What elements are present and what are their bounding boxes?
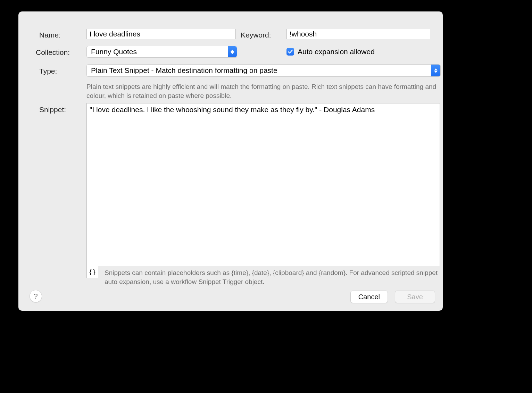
keyword-label: Keyword:	[241, 31, 279, 39]
snippet-label: Snippet:	[39, 106, 81, 114]
collection-value: Funny Quotes	[91, 48, 226, 56]
help-button[interactable]: ?	[30, 290, 42, 302]
snippet-textarea[interactable]	[86, 103, 440, 266]
braces-icon: { }	[89, 268, 95, 276]
type-help-text: Plain text snippets are highly efficient…	[86, 82, 437, 100]
cancel-button[interactable]: Cancel	[350, 291, 388, 303]
placeholder-button[interactable]: { }	[86, 266, 98, 278]
collection-label: Collection:	[36, 48, 81, 57]
placeholder-help-text: Snippets can contain placeholders such a…	[105, 268, 438, 286]
keyword-input[interactable]	[286, 29, 430, 39]
name-input[interactable]	[86, 29, 236, 39]
auto-expansion-checkbox[interactable]: Auto expansion allowed	[286, 48, 375, 56]
type-label: Type:	[39, 67, 81, 75]
collection-select[interactable]: Funny Quotes	[86, 46, 237, 58]
updown-icon	[431, 65, 440, 76]
updown-icon	[228, 46, 237, 57]
question-icon: ?	[34, 292, 38, 300]
checkmark-icon	[286, 48, 294, 56]
name-label: Name:	[39, 31, 81, 39]
type-value: Plain Text Snippet - Match destination f…	[91, 66, 429, 75]
save-button[interactable]: Save	[395, 291, 435, 303]
type-select[interactable]: Plain Text Snippet - Match destination f…	[86, 64, 441, 77]
auto-expansion-label: Auto expansion allowed	[298, 48, 375, 56]
snippet-editor-panel: Name: Keyword: Collection: Funny Quotes …	[18, 11, 443, 311]
